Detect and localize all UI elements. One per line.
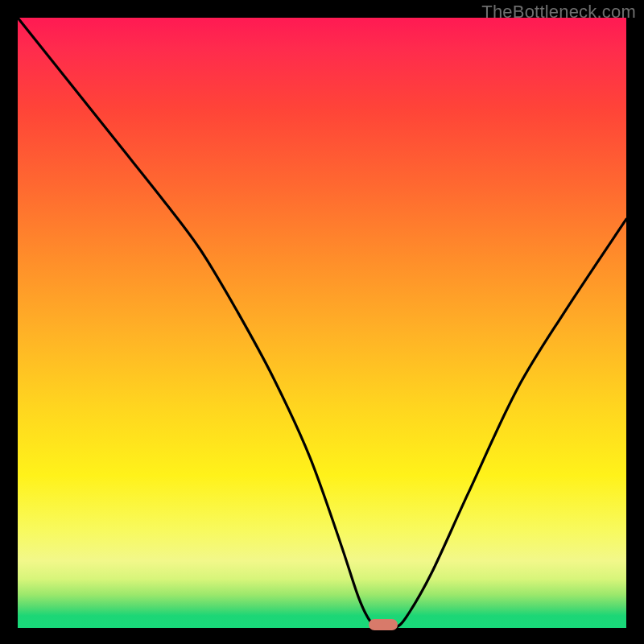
chart-frame: TheBottleneck.com <box>0 0 644 644</box>
watermark-text: TheBottleneck.com <box>481 2 636 23</box>
minimum-marker <box>369 619 398 630</box>
plot-area <box>18 18 626 628</box>
bottleneck-curve <box>18 18 626 628</box>
